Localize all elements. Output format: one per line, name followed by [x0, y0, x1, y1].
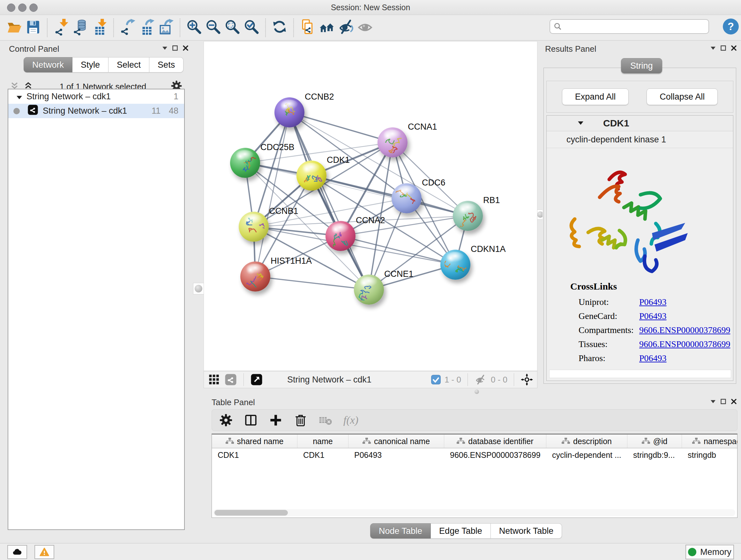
table-cell[interactable]: CDK1	[212, 448, 297, 462]
table-row[interactable]: CDK1CDK1P064939606.ENSP00000378699cyclin…	[212, 448, 737, 462]
zoom-in-button[interactable]	[185, 18, 204, 38]
network-node-rb1[interactable]	[453, 201, 483, 231]
first-neighbors-button[interactable]	[317, 18, 336, 38]
left-splitter[interactable]	[192, 41, 204, 543]
tab-network[interactable]: Network	[23, 57, 72, 72]
column-header-name[interactable]: name	[297, 435, 348, 448]
tab-style[interactable]: Style	[72, 57, 109, 72]
export-table-button[interactable]	[137, 18, 156, 38]
panel-collapse-icon[interactable]	[711, 400, 716, 403]
bottom-splitter-grip[interactable]	[475, 389, 479, 394]
delete-column-icon[interactable]	[293, 413, 308, 427]
network-node-ccne1[interactable]	[354, 274, 384, 305]
network-node-ccna1[interactable]	[378, 127, 408, 158]
panel-float-icon[interactable]	[172, 45, 178, 51]
column-header-shared-name[interactable]: shared name	[212, 435, 297, 448]
export-network-button[interactable]	[118, 18, 137, 38]
right-splitter[interactable]	[537, 41, 542, 395]
network-row[interactable]: String Network – cdk1 11 48	[8, 104, 184, 118]
network-edge[interactable]	[255, 112, 289, 276]
network-node-cdc6[interactable]	[392, 183, 421, 213]
panel-collapse-icon[interactable]	[162, 47, 167, 50]
tab-string[interactable]: String	[621, 58, 662, 73]
column-header-description[interactable]: description	[546, 435, 627, 448]
network-node-cdk1[interactable]	[296, 161, 327, 191]
crosslink-link[interactable]: 9606.ENSP00000378699	[639, 339, 730, 349]
protein-section-header[interactable]: CDK1	[547, 116, 733, 131]
expand-all-button[interactable]: Expand All	[562, 88, 629, 105]
table-cell[interactable]: P06493	[348, 448, 444, 462]
open-folder-button[interactable]	[4, 18, 23, 38]
panel-collapse-icon[interactable]	[711, 47, 716, 50]
detach-view-icon[interactable]	[250, 373, 264, 387]
hide-selected-button[interactable]	[336, 18, 355, 38]
network-canvas[interactable]: CCNB2CCNA1CDC25BCDK1CDC6RB1CCNB1CCNA2CDK…	[204, 41, 537, 371]
import-database-button[interactable]	[71, 18, 90, 38]
add-column-icon[interactable]	[269, 413, 283, 427]
panel-close-icon[interactable]	[731, 399, 737, 404]
table-cell[interactable]: 9606.ENSP00000378699	[444, 448, 546, 462]
column-header-canonical-name[interactable]: canonical name	[348, 435, 444, 448]
table-cell[interactable]: CDK1	[297, 448, 348, 462]
save-button[interactable]	[23, 18, 43, 38]
table-h-scrollbar[interactable]	[213, 509, 735, 516]
panel-float-icon[interactable]	[721, 45, 726, 51]
crosslink-link[interactable]: P06493	[639, 297, 667, 307]
export-image-button[interactable]	[156, 18, 176, 38]
crosslink-link[interactable]: P06493	[639, 311, 667, 321]
network-node-cdkn1a[interactable]	[441, 250, 470, 280]
refresh-button[interactable]	[270, 18, 289, 38]
string-view-icon[interactable]	[224, 373, 238, 387]
network-collection-row[interactable]: String Network – cdk1 1	[8, 89, 184, 104]
network-node-ccna2[interactable]	[326, 221, 355, 251]
birdseye-icon[interactable]	[520, 373, 534, 387]
tab-network-table[interactable]: Network Table	[491, 523, 562, 539]
network-edge[interactable]	[289, 112, 393, 142]
table-cell[interactable]: cyclin-dependent ...	[546, 448, 627, 462]
zoom-selected-button[interactable]	[242, 18, 261, 38]
tab-select[interactable]: Select	[109, 57, 149, 72]
help-button[interactable]: ?	[723, 18, 739, 35]
crosslink-link[interactable]: 9606.ENSP00000378699	[639, 325, 730, 335]
protein-expander-icon[interactable]	[578, 120, 583, 126]
table-h-scrollbar-thumb[interactable]	[214, 510, 288, 516]
show-columns-icon[interactable]	[244, 413, 258, 427]
collection-expander-icon[interactable]	[17, 91, 22, 102]
copy-share-button[interactable]	[298, 18, 317, 38]
tab-edge-table[interactable]: Edge Table	[431, 523, 491, 539]
column-header-at-id[interactable]: @id	[627, 435, 682, 448]
protein-thumbnail	[279, 104, 300, 123]
import-table-button[interactable]	[90, 18, 109, 38]
tab-node-table[interactable]: Node Table	[370, 523, 431, 539]
table-settings-gear-icon[interactable]	[219, 413, 233, 427]
column-header-namespace[interactable]: namespace	[682, 435, 738, 448]
results-scrollbar[interactable]	[549, 370, 731, 378]
panel-close-icon[interactable]	[731, 45, 737, 51]
network-edge[interactable]	[255, 276, 369, 290]
panel-float-icon[interactable]	[721, 399, 726, 404]
network-node-cdc25b[interactable]	[230, 148, 260, 178]
network-edge[interactable]	[340, 236, 455, 265]
selected-checkbox-icon[interactable]	[430, 373, 441, 387]
search-input[interactable]	[549, 19, 709, 34]
cloud-status-button[interactable]	[7, 545, 27, 559]
crosslink-link[interactable]: P06493	[639, 353, 667, 363]
memory-button[interactable]: Memory	[685, 545, 734, 559]
table-cell[interactable]: stringdb	[682, 448, 738, 462]
panel-close-icon[interactable]	[183, 45, 188, 51]
warning-status-button[interactable]	[35, 545, 54, 559]
collapse-all-button[interactable]: Collapse All	[647, 88, 718, 105]
grid-view-icon[interactable]	[207, 373, 221, 387]
column-header-database-identifier[interactable]: database identifier	[444, 435, 546, 448]
left-splitter-grip[interactable]	[193, 283, 204, 294]
network-node-ccnb2[interactable]	[274, 98, 305, 127]
show-all-button[interactable]	[355, 18, 375, 38]
zoom-out-button[interactable]	[204, 18, 223, 38]
string-results-container: Expand All Collapse All CDK1 cyclin-depe…	[543, 68, 736, 384]
import-network-button[interactable]	[52, 18, 71, 38]
tab-sets[interactable]: Sets	[149, 57, 184, 72]
network-node-hist1h1a[interactable]	[240, 261, 270, 292]
zoom-fit-button[interactable]	[223, 18, 242, 38]
table-cell[interactable]: stringdb:9...	[627, 448, 682, 462]
network-node-ccnb1[interactable]	[239, 212, 269, 242]
